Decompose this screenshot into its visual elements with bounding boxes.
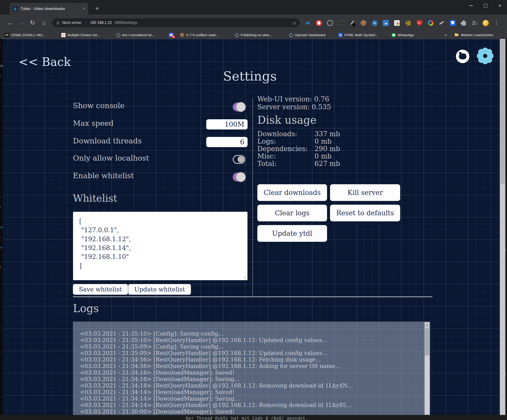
disk-row-label: Downloads: bbox=[257, 130, 297, 138]
chrome-menu-icon[interactable]: ⋮ bbox=[493, 20, 500, 26]
cookie-extension-icon[interactable] bbox=[360, 20, 367, 26]
close-window-button[interactable]: × bbox=[493, 0, 507, 11]
maximize-button[interactable] bbox=[478, 0, 493, 11]
browser-window: ψ Tubio - Video downloader × + × ← → ↻ ⌂… bbox=[0, 0, 507, 420]
reload-icon[interactable]: ↻ bbox=[28, 15, 38, 31]
page-scrollbar-thumb[interactable] bbox=[500, 40, 505, 184]
spiral-icon bbox=[61, 33, 65, 37]
clear-logs-button[interactable]: Clear logs bbox=[257, 205, 327, 221]
adblock-hand-icon[interactable] bbox=[316, 20, 322, 26]
scroll-up-icon[interactable]: ▲ bbox=[424, 322, 430, 328]
syringe-extension-icon[interactable] bbox=[438, 20, 444, 26]
log-line: <03.03.2021 - 21:35:10> [RestQueryHandle… bbox=[80, 337, 327, 344]
logs-scrollbar[interactable]: ▲ ▼ bbox=[424, 322, 430, 420]
bookmark-item[interactable]: 3.774 octillion cook... bbox=[180, 31, 218, 39]
new-tab-button[interactable]: + bbox=[93, 4, 101, 13]
only-localhost-toggle[interactable] bbox=[233, 155, 245, 164]
forward-icon[interactable]: → bbox=[16, 15, 27, 31]
google-extension-icon[interactable] bbox=[427, 20, 434, 26]
pen-extension-icon[interactable] bbox=[349, 20, 356, 26]
disk-row-value: 627 mb bbox=[315, 160, 340, 167]
enable-whitelist-toggle[interactable] bbox=[233, 173, 245, 181]
bookmark-item[interactable]: z0r ZOMG ZUFALL! #61... bbox=[5, 31, 46, 39]
address-bar[interactable]: ⚠ Nicht sicher 192.168.1.12 :6969/settin… bbox=[52, 18, 300, 27]
security-warning-icon[interactable]: ⚠ bbox=[56, 21, 60, 25]
bee-extension-icon[interactable] bbox=[405, 20, 412, 26]
home-icon[interactable]: ⌂ bbox=[39, 15, 49, 31]
bookmark-label: Publishing on stea... bbox=[241, 33, 272, 37]
bookmarks-overflow-icon[interactable]: » bbox=[444, 31, 447, 39]
scrollbar-thumb[interactable] bbox=[425, 328, 430, 356]
max-speed-input[interactable] bbox=[206, 119, 247, 130]
bitwarden-icon[interactable] bbox=[449, 20, 456, 26]
amazon-assistant-icon[interactable]: ☁ bbox=[382, 20, 389, 26]
kill-server-button[interactable]: Kill server bbox=[330, 184, 400, 201]
bookmark-item[interactable]: Operate Dashboard bbox=[289, 31, 325, 39]
blue-cross-extension-icon[interactable]: + bbox=[371, 20, 378, 26]
webui-version: Web-UI version: 0.76 bbox=[257, 95, 329, 103]
bookmark-star-icon[interactable]: ☆ bbox=[292, 20, 296, 26]
bookmark-label: WhatsApp bbox=[398, 33, 414, 37]
minimize-icon bbox=[469, 5, 473, 6]
back-link[interactable]: << Back bbox=[19, 55, 71, 69]
sk-extension-icon[interactable]: sk bbox=[304, 20, 311, 26]
log-line: <03.03.2021 - 21:34:56> [RestQueryHandle… bbox=[80, 363, 340, 369]
column-divider bbox=[253, 99, 253, 296]
disk-row-value: 290 mb bbox=[315, 145, 340, 153]
disk-row-value: 0 mb bbox=[315, 152, 332, 160]
discord-icon: 3 bbox=[169, 33, 174, 37]
minimize-button[interactable] bbox=[464, 0, 478, 11]
other-bookmarks-folder[interactable]: Weitere Lesezeichen bbox=[455, 31, 493, 39]
max-speed-label: Max speed bbox=[73, 119, 113, 128]
other-bookmarks-label: Weitere Lesezeichen bbox=[461, 33, 493, 37]
log-line: <03.03.2021 - 21:35:09> [RestQueryHandle… bbox=[80, 350, 327, 356]
z0r-icon: z0r bbox=[5, 33, 9, 37]
mask-extension-icon[interactable] bbox=[338, 20, 345, 26]
whitelist-heading: Whitelist bbox=[73, 193, 117, 204]
bookmark-label: ZOMG ZUFALL! #61... bbox=[11, 33, 46, 37]
log-line: <03.03.2021 - 21:34:14> [RestQueryHandle… bbox=[80, 402, 352, 408]
back-icon[interactable]: ← bbox=[5, 15, 15, 31]
clear-downloads-button[interactable]: Clear downloads bbox=[257, 184, 327, 201]
ring-extension-icon[interactable] bbox=[327, 20, 333, 26]
log-line: <03.03.2021 - 21:34:14> [DownloadManager… bbox=[80, 389, 235, 395]
log-line: <03.03.2021 - 21:34:18> [RestQueryHandle… bbox=[80, 382, 352, 389]
cookie-icon bbox=[180, 33, 184, 37]
bookmark-label: HTML Math Symbol... bbox=[345, 33, 378, 37]
unity-icon bbox=[235, 33, 239, 37]
settings-gear-icon[interactable] bbox=[478, 49, 492, 63]
whatsapp-icon: ☎ bbox=[392, 33, 396, 37]
url-host: 192.168.1.12 bbox=[90, 21, 112, 25]
save-whitelist-button[interactable]: Save whitelist bbox=[73, 284, 128, 295]
page-title: Settings bbox=[0, 69, 500, 83]
show-console-toggle[interactable] bbox=[233, 103, 245, 111]
download-threads-input[interactable] bbox=[206, 137, 247, 147]
reset-defaults-button[interactable]: Reset to defaults bbox=[330, 205, 400, 221]
enable-whitelist-label: Enable whitelist bbox=[73, 171, 134, 180]
bookmark-item[interactable]: Am i considered an... bbox=[116, 31, 155, 39]
bookmark-item[interactable]: 3 bbox=[169, 31, 174, 39]
extensions-puzzle-icon[interactable] bbox=[460, 20, 467, 26]
logs-heading: Logs bbox=[73, 302, 99, 315]
unity-icon bbox=[116, 33, 120, 37]
tab-close-icon[interactable]: × bbox=[83, 6, 85, 11]
window-controls: × bbox=[464, 0, 507, 11]
bookmark-item[interactable]: ◆ HTML Math Symbol... bbox=[338, 31, 378, 39]
bookmark-item[interactable]: Publishing on stea... bbox=[235, 31, 272, 39]
profile-avatar[interactable] bbox=[482, 20, 489, 26]
playlist-extension-icon[interactable]: ♪ bbox=[472, 20, 478, 26]
github-icon[interactable] bbox=[456, 50, 469, 63]
disk-row-value: 337 mb bbox=[315, 130, 340, 138]
bookmark-label: 3.774 octillion cook... bbox=[186, 33, 218, 37]
shield-play-extension-icon[interactable]: ▶ bbox=[416, 20, 423, 26]
page-scrollbar[interactable] bbox=[500, 39, 505, 420]
browser-tab[interactable]: ψ Tubio - Video downloader × bbox=[10, 3, 88, 15]
bookmark-item[interactable]: ☎ WhatsApp bbox=[392, 31, 414, 39]
security-label[interactable]: Nicht sicher bbox=[62, 21, 82, 25]
update-whitelist-button[interactable]: Update whitelist bbox=[128, 284, 191, 295]
bookmark-item[interactable]: Multiple-Choice mit... bbox=[61, 31, 100, 39]
update-ytdl-button[interactable]: Update ytdl bbox=[257, 225, 327, 242]
section-divider bbox=[73, 296, 432, 297]
whitelist-textarea[interactable]: [ "127.0.0.1", "192.168.1.12", "192.168.… bbox=[73, 212, 247, 280]
photos-extension-icon[interactable] bbox=[394, 20, 400, 26]
